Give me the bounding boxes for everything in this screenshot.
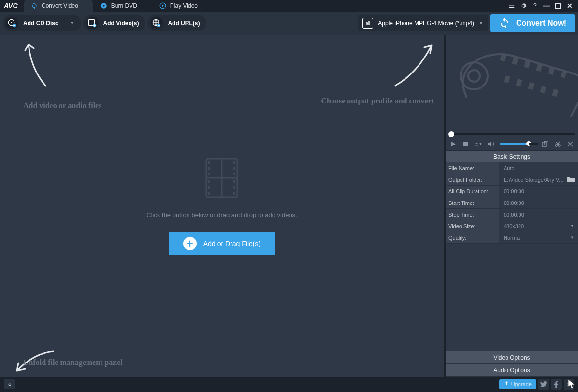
row-file-name: File Name: Auto xyxy=(446,162,578,174)
tab-label: Play Video xyxy=(170,2,198,9)
svg-rect-29 xyxy=(512,57,518,65)
play-button[interactable] xyxy=(449,140,457,148)
row-duration: All Clip Duration: 00:00:00 xyxy=(446,186,578,197)
hint-choose-profile: Choose output profile and convert xyxy=(321,97,434,105)
profile-all-icon: all xyxy=(362,18,373,29)
cut-button[interactable] xyxy=(554,140,562,148)
svg-rect-36 xyxy=(528,82,534,90)
disc-icon xyxy=(101,2,107,9)
seek-thumb[interactable] xyxy=(448,131,454,137)
prop-label: Quality: xyxy=(446,232,499,243)
svg-rect-16 xyxy=(208,173,210,175)
right-panel: ▼ Basic Settings File Name: Auto Output … xyxy=(444,35,578,377)
stop-button[interactable] xyxy=(462,140,470,148)
stop-time-value[interactable]: 00:00:00 xyxy=(499,209,578,220)
drop-stage[interactable]: Add video or audio files Choose output p… xyxy=(0,35,444,377)
svg-rect-18 xyxy=(208,186,210,189)
prop-label: Start Time: xyxy=(446,197,499,208)
prop-label: Stop Time: xyxy=(446,209,499,220)
minimize-button[interactable]: — xyxy=(542,1,551,10)
svg-rect-32 xyxy=(548,67,554,75)
row-video-size: Video Size: 480x320▼ xyxy=(446,220,578,232)
svg-point-5 xyxy=(11,22,12,23)
main-area: Add video or audio files Choose output p… xyxy=(0,35,578,377)
audio-options-button[interactable]: Audio Options xyxy=(446,364,578,377)
snapshot-button[interactable]: ▼ xyxy=(475,140,482,148)
button-label: Convert Now! xyxy=(516,19,566,28)
settings-icon[interactable] xyxy=(519,1,528,10)
refresh-icon xyxy=(31,2,38,9)
add-videos-button[interactable]: Add Video(s) xyxy=(83,15,146,31)
crop-button[interactable] xyxy=(566,140,574,148)
tab-burn-dvd[interactable]: Burn DVD xyxy=(94,0,152,12)
unfold-panel-button[interactable]: « xyxy=(4,379,15,389)
help-icon[interactable]: ? xyxy=(531,1,539,10)
svg-rect-25 xyxy=(233,192,235,195)
list-icon[interactable] xyxy=(507,1,516,10)
plus-circle-icon: + xyxy=(183,237,197,250)
svg-rect-33 xyxy=(560,71,566,78)
prop-label: File Name: xyxy=(446,162,499,174)
button-label: Upgrade xyxy=(511,381,532,387)
bottombar: « Upgrade » xyxy=(0,377,578,392)
video-options-button[interactable]: Video Options xyxy=(446,351,578,364)
basic-settings-header: Basic Settings xyxy=(446,151,578,162)
facebook-button[interactable] xyxy=(551,379,562,390)
window-controls: ? — ✕ xyxy=(507,1,578,10)
preview-area xyxy=(446,35,578,131)
output-profile-select[interactable]: all Apple iPhone MPEG-4 Movie (*.mp4) ▼ xyxy=(358,15,488,31)
toolbar: Add CD Disc ▼ Add Video(s) Add URL(s) al… xyxy=(0,12,578,35)
svg-point-1 xyxy=(103,5,105,7)
seek-slider[interactable] xyxy=(446,131,578,137)
tab-label: Burn DVD xyxy=(111,2,137,9)
svg-rect-37 xyxy=(540,86,546,93)
add-cd-disc-button[interactable]: Add CD Disc ▼ xyxy=(3,15,81,31)
svg-rect-19 xyxy=(208,192,210,195)
duration-value: 00:00:00 xyxy=(499,186,578,197)
folder-browse-icon[interactable] xyxy=(567,176,575,183)
tab-convert-video[interactable]: Convert Video xyxy=(24,0,93,12)
start-time-value[interactable]: 00:00:00 xyxy=(499,197,578,208)
volume-button[interactable] xyxy=(487,140,495,148)
row-quality: Quality: Normal▼ xyxy=(446,232,578,244)
svg-rect-30 xyxy=(524,60,530,68)
hint-add-files: Add video or audio files xyxy=(23,102,101,110)
file-name-value[interactable]: Auto xyxy=(499,162,578,174)
twitter-button[interactable] xyxy=(538,379,549,390)
volume-slider[interactable] xyxy=(500,143,529,145)
row-stop-time: Stop Time: 00:00:00 xyxy=(446,209,578,220)
profile-label: Apple iPhone MPEG-4 Movie (*.mp4) xyxy=(378,20,474,27)
add-urls-button[interactable]: Add URL(s) xyxy=(147,15,206,31)
prop-label: Video Size: xyxy=(446,220,499,232)
row-output-folder: Output Folder: E:\Video Storage\Any V... xyxy=(446,174,578,186)
svg-rect-22 xyxy=(233,173,235,175)
preview-controls: ▼ xyxy=(446,137,578,151)
convert-now-button[interactable]: Convert Now! xyxy=(490,14,575,32)
quality-select[interactable]: Normal▼ xyxy=(499,232,578,243)
svg-rect-31 xyxy=(536,64,542,72)
popout-button[interactable] xyxy=(541,140,549,148)
chevron-down-icon: ▼ xyxy=(479,21,483,26)
titlebar: AVC Convert Video Burn DVD Play Video xyxy=(0,0,578,12)
svg-rect-17 xyxy=(208,180,210,183)
prop-label: Output Folder: xyxy=(446,174,499,185)
svg-rect-42 xyxy=(476,142,477,143)
add-or-drag-button[interactable]: + Add or Drag File(s) xyxy=(169,232,275,255)
video-size-select[interactable]: 480x320▼ xyxy=(499,220,578,232)
output-folder-value[interactable]: E:\Video Storage\Any V... xyxy=(499,174,578,185)
svg-rect-35 xyxy=(516,79,522,87)
globe-add-icon xyxy=(150,17,163,29)
disc-add-icon xyxy=(6,17,18,29)
svg-rect-47 xyxy=(504,386,509,386)
upgrade-button[interactable]: Upgrade xyxy=(499,379,536,389)
hint-unfold-panel: Unfold file management panel xyxy=(23,358,123,367)
button-label: Add Video(s) xyxy=(103,20,139,27)
svg-rect-3 xyxy=(556,3,561,8)
maximize-button[interactable] xyxy=(554,1,563,10)
row-start-time: Start Time: 00:00:00 xyxy=(446,197,578,209)
volume-thumb[interactable] xyxy=(526,141,531,146)
prop-label: All Clip Duration: xyxy=(446,186,499,197)
chevron-down-icon: ▼ xyxy=(570,224,574,228)
close-button[interactable]: ✕ xyxy=(565,1,574,10)
tab-play-video[interactable]: Play Video xyxy=(153,0,212,12)
